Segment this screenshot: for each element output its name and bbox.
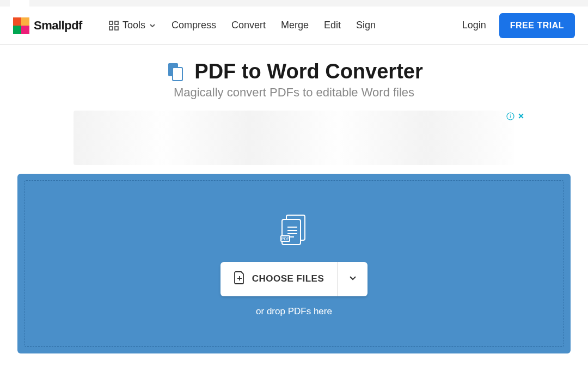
svg-text:i: i [510, 113, 511, 119]
file-dropzone[interactable]: PDF CHOOSE FILES [17, 174, 571, 353]
grid-icon [108, 20, 119, 31]
svg-text:PDF: PDF [281, 237, 289, 241]
chevron-down-icon [348, 273, 358, 285]
chevron-down-icon [149, 22, 156, 29]
free-trial-button[interactable]: FREE TRIAL [499, 13, 575, 38]
browser-tab-active [10, 0, 29, 7]
svg-rect-5 [173, 68, 182, 81]
nav-tools-label: Tools [122, 20, 145, 31]
page-subtitle: Magically convert PDFs to editable Word … [0, 86, 588, 100]
nav-item-merge[interactable]: Merge [281, 20, 309, 31]
svg-rect-2 [109, 27, 113, 30]
nav-item-edit[interactable]: Edit [324, 20, 341, 31]
ad-close-icon[interactable] [517, 112, 525, 120]
ad-placeholder: i [74, 111, 514, 165]
choose-files-more-button[interactable] [337, 262, 367, 296]
choose-files-label: CHOOSE FILES [252, 273, 324, 284]
ad-info-icon[interactable]: i [506, 112, 514, 120]
drop-hint-text: or drop PDFs here [256, 306, 332, 317]
pdf-stack-icon: PDF [274, 211, 314, 252]
nav-item-convert[interactable]: Convert [231, 20, 266, 31]
login-link[interactable]: Login [462, 20, 486, 31]
choose-files-button[interactable]: CHOOSE FILES [220, 262, 338, 296]
browser-top-strip [0, 0, 588, 7]
file-plus-icon [234, 271, 246, 288]
primary-nav: Tools Compress Convert Merge Edit Sign [108, 20, 462, 31]
logo-mark-icon [13, 17, 29, 34]
brand-logo[interactable]: Smallpdf [13, 17, 82, 34]
choose-files-group: CHOOSE FILES [220, 262, 368, 296]
page-title: PDF to Word Converter [194, 60, 422, 83]
pdf-to-word-icon [165, 61, 187, 83]
page-hero: PDF to Word Converter Magically convert … [0, 45, 588, 100]
dropzone-inner: PDF CHOOSE FILES [24, 180, 564, 347]
header-actions: Login FREE TRIAL [462, 13, 575, 38]
svg-rect-0 [109, 21, 113, 25]
svg-rect-1 [115, 21, 118, 25]
nav-item-compress[interactable]: Compress [171, 20, 216, 31]
nav-tools-dropdown[interactable]: Tools [108, 20, 156, 31]
svg-rect-3 [115, 27, 118, 30]
site-header: Smallpdf Tools Compress Convert Merge Ed… [0, 7, 588, 45]
nav-item-sign[interactable]: Sign [356, 20, 376, 31]
brand-name: Smallpdf [34, 19, 82, 33]
